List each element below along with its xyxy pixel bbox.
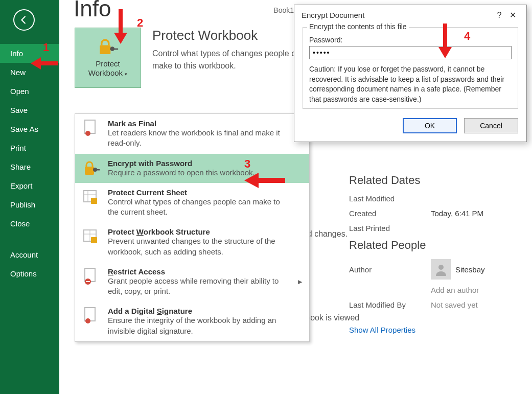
menu-item-protect-sheet[interactable]: Protect Current SheetControl what types … [75,183,309,223]
submenu-arrow-icon: ▶ [298,279,302,285]
svg-rect-2 [113,49,118,50]
svg-rect-7 [96,169,100,171]
dialog-close-button[interactable]: ✕ [506,10,519,20]
related-people-heading: Related People [349,239,532,252]
svg-rect-15 [91,237,97,243]
ok-button[interactable]: OK [403,118,457,133]
author-value: Sitesbay [455,265,485,274]
menu-item-desc: Ensure the integrity of the workbook by … [108,315,292,336]
svg-point-21 [438,265,444,270]
document-restrict-icon [82,267,101,286]
dialog-group: Encrypt the contents of this file Passwo… [303,27,518,109]
sidebar-item-save[interactable]: Save [0,101,59,120]
workbook-lock-icon [82,227,101,246]
menu-item-protect-structure[interactable]: Protect Workbook StructurePrevent unwant… [75,222,309,262]
sheet-lock-icon [82,188,101,206]
svg-rect-0 [100,45,110,55]
last-modified-label: Last Modified [349,194,431,203]
lock-key-icon [97,38,119,56]
created-label: Created [349,209,431,218]
sidebar-item-print[interactable]: Print [0,138,59,157]
sidebar-item-open[interactable]: Open [0,82,59,101]
show-all-properties-link[interactable]: Show All Properties [349,326,415,334]
last-modified-by-label: Last Modified By [349,300,431,309]
menu-item-title: Encrypt with Password [108,159,255,168]
sidebar-item-share[interactable]: Share [0,157,59,176]
author-label: Author [349,265,431,274]
sidebar-item-options[interactable]: Options [0,264,59,283]
menu-item-title: Add a Digital Signature [108,307,292,315]
svg-rect-5 [85,167,94,175]
sidebar-item-new[interactable]: New [0,63,59,82]
menu-item-desc: Grant people access while removing their… [108,276,291,297]
sidebar-item-export[interactable]: Export [0,176,59,195]
protect-workbook-label: ProtectWorkbook▾ [88,59,127,78]
dialog-group-legend: Encrypt the contents of this file [307,22,409,31]
avatar-icon [431,259,451,280]
back-button[interactable] [13,9,35,31]
last-modified-by-value: Not saved yet [431,300,478,309]
backstage-sidebar: Info New Open Save Save As Print Share E… [0,0,59,394]
sidebar-item-publish[interactable]: Publish [0,195,59,214]
cancel-button[interactable]: Cancel [464,118,518,133]
menu-item-encrypt-password[interactable]: Encrypt with PasswordRequire a password … [75,154,309,183]
add-author-link[interactable]: Add an author [431,286,479,294]
password-input[interactable] [309,46,512,59]
lock-key-icon [82,159,101,177]
menu-item-title: Protect Workbook Structure [108,227,292,236]
encrypt-document-dialog: Encrypt Document ? ✕ Encrypt the content… [294,5,527,142]
arrow-left-icon [18,14,30,26]
menu-item-title: Restrict Access [108,267,291,276]
menu-item-desc: Require a password to open this workbook… [108,168,255,178]
dialog-title: Encrypt Document [302,11,364,19]
menu-item-desc: Let readers know the workbook is final a… [108,128,292,149]
protect-workbook-menu: Mark as FinalLet readers know the workbo… [75,113,310,342]
dialog-help-button[interactable]: ? [493,11,506,20]
sidebar-item-account[interactable]: Account [0,245,59,264]
svg-rect-18 [86,281,90,282]
menu-item-mark-final[interactable]: Mark as FinalLet readers know the workbo… [75,114,309,154]
menu-item-restrict-access[interactable]: Restrict AccessGrant people access while… [75,262,309,302]
document-badge-icon [82,119,101,137]
protect-workbook-button[interactable]: ProtectWorkbook▾ [75,28,141,88]
menu-item-desc: Prevent unwanted changes to the structur… [108,236,292,257]
svg-point-20 [85,318,90,323]
menu-item-title: Mark as Final [108,119,292,128]
password-label: Password: [309,36,512,44]
svg-rect-11 [91,198,97,204]
document-signature-icon [82,307,101,325]
menu-item-desc: Control what types of changes people can… [108,197,292,218]
related-dates-heading: Related Dates [349,174,532,187]
sidebar-item-save-as[interactable]: Save As [0,120,59,138]
properties-panel: Related Dates Last Modified CreatedToday… [349,169,532,334]
sidebar-item-info[interactable]: Info [0,44,59,63]
created-value: Today, 6:41 PM [431,209,483,218]
password-caution-text: Caution: If you lose or forget the passw… [309,64,512,104]
sidebar-item-close[interactable]: Close [0,214,59,233]
svg-point-4 [85,131,90,136]
menu-item-title: Protect Current Sheet [108,188,292,197]
last-printed-label: Last Printed [349,224,431,233]
menu-item-digital-signature[interactable]: Add a Digital SignatureEnsure the integr… [75,302,309,341]
